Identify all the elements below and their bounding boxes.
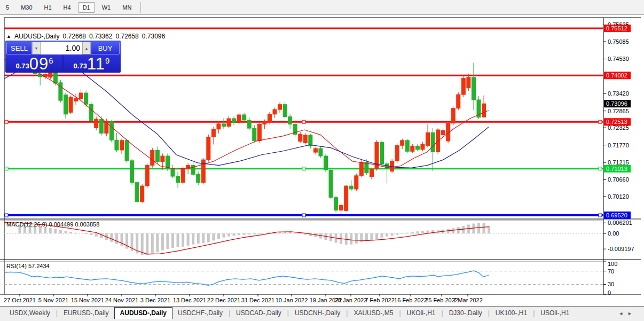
tab-scroll-right-icon[interactable]: ► [627, 311, 637, 316]
candle-body [130, 161, 134, 183]
volume-decrease-button[interactable]: ▼ [32, 42, 41, 54]
price-level-badge[interactable]: 0.74002 [604, 72, 631, 79]
date-label: 7 Mar 2022 [453, 297, 483, 303]
candle-body [145, 166, 149, 186]
candle-body [109, 122, 113, 140]
chart-symbol-label: AUDUSD-,Daily [14, 33, 60, 40]
rsi-line [5, 271, 489, 285]
line-handle[interactable] [302, 167, 305, 170]
line-handle[interactable] [5, 214, 8, 217]
candle-body [309, 135, 312, 146]
tab-xauusd-m5[interactable]: XAUUSD-,M5 [348, 308, 398, 319]
buy-price-display[interactable]: 0.73 11 9 [64, 55, 120, 72]
candle-body [370, 169, 373, 177]
candle-body [461, 79, 465, 95]
badge-label: 0.71013 [606, 166, 627, 172]
date-label: 15 Nov 2021 [71, 297, 104, 303]
volume-increase-button[interactable]: ▲ [82, 42, 91, 54]
date-label: 10 Jan 2022 [276, 297, 308, 303]
candle-body [299, 134, 302, 141]
price-level-badge[interactable]: 0.75512 [604, 25, 631, 32]
tab-dj30-daily[interactable]: DJ30-,Daily [444, 308, 488, 319]
sell-price-main: 09 [29, 57, 49, 72]
candle-body [257, 124, 261, 140]
candle-body [273, 109, 277, 114]
tab-usdx-weekly[interactable]: USDX,Weekly [4, 308, 56, 319]
candle-body [89, 104, 93, 120]
badge-label: 0.75512 [606, 25, 627, 32]
candle-body [161, 156, 164, 162]
price-level-badge[interactable]: 0.71013 [604, 165, 631, 173]
badge-label: 0.69520 [606, 212, 627, 218]
chart-tabs: USDX,Weekly|EURUSD-,DailyAUDUSD-,DailyUS… [0, 307, 644, 319]
tab-uk100-h1[interactable]: UK100-,H1 [490, 308, 532, 319]
line-handle[interactable] [302, 214, 305, 217]
candle-body [268, 114, 271, 122]
buy-price-main: 11 [87, 57, 105, 72]
candle-body [176, 176, 180, 183]
badge-label: 0.73096 [606, 100, 627, 107]
tab-usoil-h1[interactable]: USOil-,H1 [535, 308, 575, 319]
collapse-quotes-icon[interactable]: ▲ [6, 34, 11, 39]
price-level-badge[interactable]: 0.69520 [604, 212, 631, 219]
candle-body [339, 205, 343, 210]
candle-body [207, 137, 210, 160]
line-handle[interactable] [599, 120, 602, 123]
line-handle[interactable] [5, 167, 8, 170]
rsi-tick-label: 30 [608, 281, 614, 287]
line-handle[interactable] [599, 167, 602, 170]
sell-price-display[interactable]: 0.73 09 6 [6, 55, 62, 72]
chart-window[interactable]: 0.756250.750850.745300.734200.728650.723… [0, 15, 644, 306]
timeframe-button-M30[interactable]: M30 [17, 2, 36, 13]
date-axis[interactable]: 27 Oct 20215 Nov 202115 Nov 202124 Nov 2… [4, 294, 483, 303]
sell-button[interactable]: SELL [6, 42, 32, 54]
candle-body [181, 168, 185, 182]
tab-usdchf-daily[interactable]: USDCHF-,Daily [172, 308, 228, 319]
price-badges: 0.755120.740020.730960.725130.710130.695… [604, 25, 631, 219]
candle-body [125, 140, 129, 161]
chart-title-row: ▲ AUDUSD-,Daily 0.72668 0.73362 0.72658 … [6, 33, 165, 40]
candle-body [211, 129, 215, 137]
candle-body [395, 145, 399, 161]
candle-body [155, 151, 159, 162]
toolbar-separator [140, 2, 141, 13]
timeframe-button-MN[interactable]: MN [118, 2, 136, 13]
tab-scroll-left-icon[interactable]: ◄ [618, 311, 627, 316]
tab-ukoil-h1[interactable]: UKOil-,H1 [402, 308, 441, 319]
price-axis[interactable]: 0.756250.750850.745300.734200.728650.723… [603, 21, 634, 296]
candle-body [253, 128, 256, 140]
buy-price-pip: 9 [105, 56, 109, 65]
tab-usdcad-daily[interactable]: USDCAD-,Daily [231, 308, 287, 319]
line-handle[interactable] [302, 120, 305, 123]
timeframe-button-H4[interactable]: H4 [59, 2, 75, 13]
date-label: 3 Dec 2021 [140, 297, 170, 303]
price-level-badge[interactable]: 0.72513 [604, 118, 631, 126]
candle-body [313, 148, 317, 152]
macd-tick-label: 0.00 [608, 230, 619, 237]
candle-body [237, 115, 241, 123]
date-label: 28 Jan 2022 [335, 297, 367, 303]
candle-body [411, 146, 414, 151]
price-tick-label: 0.71770 [608, 142, 629, 148]
candle-body [242, 115, 246, 120]
line-handle[interactable] [599, 214, 602, 217]
rsi-tick-label: 0 [608, 289, 611, 296]
timeframe-button-D1[interactable]: D1 [78, 2, 95, 13]
timeframe-button-5[interactable]: 5 [2, 2, 13, 13]
volume-input[interactable] [41, 42, 82, 54]
macd-tick-label: 0.006201 [608, 220, 632, 226]
tab-usdcnh-daily[interactable]: USDCNH-,Daily [289, 308, 345, 319]
candle-body [227, 119, 231, 127]
tab-eurusd-daily[interactable]: EURUSD-,Daily [58, 308, 114, 319]
timeframe-button-H1[interactable]: H1 [40, 2, 56, 13]
candle-body [140, 186, 144, 201]
candle-body [79, 93, 83, 99]
candle-body [400, 140, 404, 145]
price-tick-label: 0.72865 [608, 108, 629, 114]
candle-body [359, 162, 363, 176]
timeframe-button-W1[interactable]: W1 [98, 2, 115, 13]
price-level-badge[interactable]: 0.73096 [604, 100, 631, 107]
tab-audusd-daily[interactable]: AUDUSD-,Daily [114, 307, 172, 319]
buy-button[interactable]: BUY [91, 42, 120, 54]
line-handle[interactable] [5, 120, 8, 123]
